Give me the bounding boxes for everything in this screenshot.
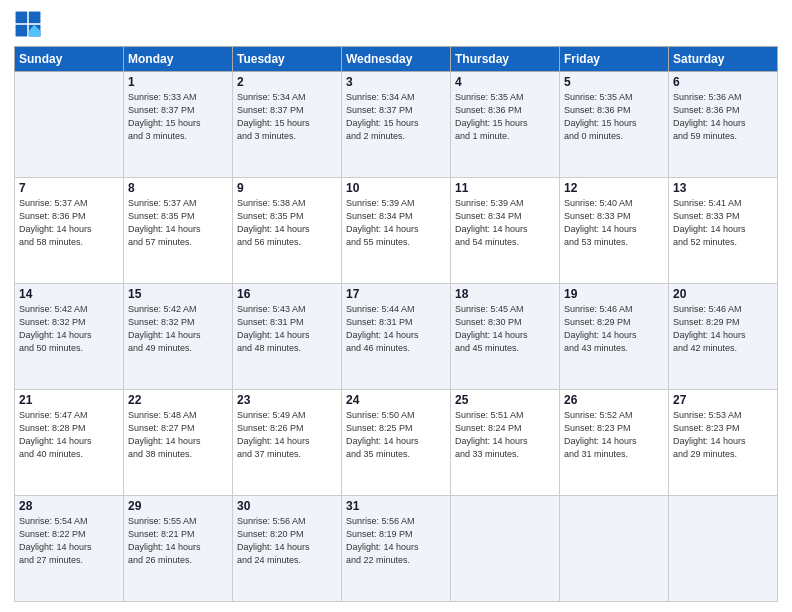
day-info: Sunrise: 5:37 AMSunset: 8:36 PMDaylight:… <box>19 197 119 249</box>
calendar-cell: 15Sunrise: 5:42 AMSunset: 8:32 PMDayligh… <box>124 284 233 390</box>
calendar-cell: 6Sunrise: 5:36 AMSunset: 8:36 PMDaylight… <box>669 72 778 178</box>
day-info: Sunrise: 5:48 AMSunset: 8:27 PMDaylight:… <box>128 409 228 461</box>
day-number: 13 <box>673 181 773 195</box>
page-header <box>14 10 778 38</box>
weekday-saturday: Saturday <box>669 47 778 72</box>
day-number: 28 <box>19 499 119 513</box>
calendar-cell <box>560 496 669 602</box>
calendar-table: SundayMondayTuesdayWednesdayThursdayFrid… <box>14 46 778 602</box>
calendar-cell: 27Sunrise: 5:53 AMSunset: 8:23 PMDayligh… <box>669 390 778 496</box>
day-info: Sunrise: 5:46 AMSunset: 8:29 PMDaylight:… <box>673 303 773 355</box>
day-number: 20 <box>673 287 773 301</box>
day-info: Sunrise: 5:56 AMSunset: 8:20 PMDaylight:… <box>237 515 337 567</box>
logo-icon <box>14 10 42 38</box>
day-info: Sunrise: 5:34 AMSunset: 8:37 PMDaylight:… <box>237 91 337 143</box>
day-info: Sunrise: 5:42 AMSunset: 8:32 PMDaylight:… <box>128 303 228 355</box>
calendar-cell: 29Sunrise: 5:55 AMSunset: 8:21 PMDayligh… <box>124 496 233 602</box>
calendar-cell: 21Sunrise: 5:47 AMSunset: 8:28 PMDayligh… <box>15 390 124 496</box>
day-info: Sunrise: 5:39 AMSunset: 8:34 PMDaylight:… <box>346 197 446 249</box>
day-number: 10 <box>346 181 446 195</box>
calendar-cell: 23Sunrise: 5:49 AMSunset: 8:26 PMDayligh… <box>233 390 342 496</box>
day-info: Sunrise: 5:36 AMSunset: 8:36 PMDaylight:… <box>673 91 773 143</box>
day-number: 2 <box>237 75 337 89</box>
day-number: 3 <box>346 75 446 89</box>
day-number: 31 <box>346 499 446 513</box>
calendar-cell: 13Sunrise: 5:41 AMSunset: 8:33 PMDayligh… <box>669 178 778 284</box>
day-number: 17 <box>346 287 446 301</box>
day-info: Sunrise: 5:50 AMSunset: 8:25 PMDaylight:… <box>346 409 446 461</box>
day-number: 19 <box>564 287 664 301</box>
day-info: Sunrise: 5:39 AMSunset: 8:34 PMDaylight:… <box>455 197 555 249</box>
calendar-cell: 20Sunrise: 5:46 AMSunset: 8:29 PMDayligh… <box>669 284 778 390</box>
calendar-cell: 7Sunrise: 5:37 AMSunset: 8:36 PMDaylight… <box>15 178 124 284</box>
day-number: 15 <box>128 287 228 301</box>
day-info: Sunrise: 5:35 AMSunset: 8:36 PMDaylight:… <box>564 91 664 143</box>
calendar-cell: 5Sunrise: 5:35 AMSunset: 8:36 PMDaylight… <box>560 72 669 178</box>
calendar-cell: 4Sunrise: 5:35 AMSunset: 8:36 PMDaylight… <box>451 72 560 178</box>
calendar-cell: 12Sunrise: 5:40 AMSunset: 8:33 PMDayligh… <box>560 178 669 284</box>
day-info: Sunrise: 5:49 AMSunset: 8:26 PMDaylight:… <box>237 409 337 461</box>
svg-rect-3 <box>16 25 28 37</box>
calendar-cell: 19Sunrise: 5:46 AMSunset: 8:29 PMDayligh… <box>560 284 669 390</box>
weekday-header-row: SundayMondayTuesdayWednesdayThursdayFrid… <box>15 47 778 72</box>
calendar-cell: 31Sunrise: 5:56 AMSunset: 8:19 PMDayligh… <box>342 496 451 602</box>
day-number: 23 <box>237 393 337 407</box>
weekday-tuesday: Tuesday <box>233 47 342 72</box>
day-number: 30 <box>237 499 337 513</box>
calendar-cell: 28Sunrise: 5:54 AMSunset: 8:22 PMDayligh… <box>15 496 124 602</box>
day-info: Sunrise: 5:35 AMSunset: 8:36 PMDaylight:… <box>455 91 555 143</box>
day-number: 1 <box>128 75 228 89</box>
day-number: 21 <box>19 393 119 407</box>
weekday-thursday: Thursday <box>451 47 560 72</box>
day-info: Sunrise: 5:42 AMSunset: 8:32 PMDaylight:… <box>19 303 119 355</box>
weekday-wednesday: Wednesday <box>342 47 451 72</box>
calendar-cell: 10Sunrise: 5:39 AMSunset: 8:34 PMDayligh… <box>342 178 451 284</box>
calendar-cell: 9Sunrise: 5:38 AMSunset: 8:35 PMDaylight… <box>233 178 342 284</box>
day-number: 24 <box>346 393 446 407</box>
logo <box>14 10 46 38</box>
calendar-cell: 8Sunrise: 5:37 AMSunset: 8:35 PMDaylight… <box>124 178 233 284</box>
calendar-cell: 22Sunrise: 5:48 AMSunset: 8:27 PMDayligh… <box>124 390 233 496</box>
day-info: Sunrise: 5:55 AMSunset: 8:21 PMDaylight:… <box>128 515 228 567</box>
day-number: 29 <box>128 499 228 513</box>
day-info: Sunrise: 5:38 AMSunset: 8:35 PMDaylight:… <box>237 197 337 249</box>
day-number: 14 <box>19 287 119 301</box>
day-info: Sunrise: 5:52 AMSunset: 8:23 PMDaylight:… <box>564 409 664 461</box>
calendar-cell: 26Sunrise: 5:52 AMSunset: 8:23 PMDayligh… <box>560 390 669 496</box>
calendar-week-row: 7Sunrise: 5:37 AMSunset: 8:36 PMDaylight… <box>15 178 778 284</box>
calendar-week-row: 28Sunrise: 5:54 AMSunset: 8:22 PMDayligh… <box>15 496 778 602</box>
calendar-week-row: 1Sunrise: 5:33 AMSunset: 8:37 PMDaylight… <box>15 72 778 178</box>
day-number: 11 <box>455 181 555 195</box>
weekday-monday: Monday <box>124 47 233 72</box>
day-info: Sunrise: 5:44 AMSunset: 8:31 PMDaylight:… <box>346 303 446 355</box>
day-number: 8 <box>128 181 228 195</box>
day-info: Sunrise: 5:47 AMSunset: 8:28 PMDaylight:… <box>19 409 119 461</box>
weekday-friday: Friday <box>560 47 669 72</box>
calendar-cell: 1Sunrise: 5:33 AMSunset: 8:37 PMDaylight… <box>124 72 233 178</box>
day-number: 26 <box>564 393 664 407</box>
calendar-cell: 25Sunrise: 5:51 AMSunset: 8:24 PMDayligh… <box>451 390 560 496</box>
day-info: Sunrise: 5:56 AMSunset: 8:19 PMDaylight:… <box>346 515 446 567</box>
day-number: 12 <box>564 181 664 195</box>
calendar-cell <box>15 72 124 178</box>
calendar-cell: 11Sunrise: 5:39 AMSunset: 8:34 PMDayligh… <box>451 178 560 284</box>
day-number: 27 <box>673 393 773 407</box>
calendar-week-row: 21Sunrise: 5:47 AMSunset: 8:28 PMDayligh… <box>15 390 778 496</box>
calendar-cell <box>451 496 560 602</box>
calendar-week-row: 14Sunrise: 5:42 AMSunset: 8:32 PMDayligh… <box>15 284 778 390</box>
calendar-cell: 18Sunrise: 5:45 AMSunset: 8:30 PMDayligh… <box>451 284 560 390</box>
svg-rect-1 <box>16 12 28 24</box>
calendar-cell: 3Sunrise: 5:34 AMSunset: 8:37 PMDaylight… <box>342 72 451 178</box>
svg-rect-2 <box>29 12 41 24</box>
day-info: Sunrise: 5:33 AMSunset: 8:37 PMDaylight:… <box>128 91 228 143</box>
weekday-sunday: Sunday <box>15 47 124 72</box>
calendar-cell: 17Sunrise: 5:44 AMSunset: 8:31 PMDayligh… <box>342 284 451 390</box>
day-info: Sunrise: 5:46 AMSunset: 8:29 PMDaylight:… <box>564 303 664 355</box>
calendar-cell: 24Sunrise: 5:50 AMSunset: 8:25 PMDayligh… <box>342 390 451 496</box>
calendar-cell: 2Sunrise: 5:34 AMSunset: 8:37 PMDaylight… <box>233 72 342 178</box>
day-number: 22 <box>128 393 228 407</box>
day-info: Sunrise: 5:34 AMSunset: 8:37 PMDaylight:… <box>346 91 446 143</box>
calendar-cell: 16Sunrise: 5:43 AMSunset: 8:31 PMDayligh… <box>233 284 342 390</box>
day-number: 25 <box>455 393 555 407</box>
day-info: Sunrise: 5:54 AMSunset: 8:22 PMDaylight:… <box>19 515 119 567</box>
